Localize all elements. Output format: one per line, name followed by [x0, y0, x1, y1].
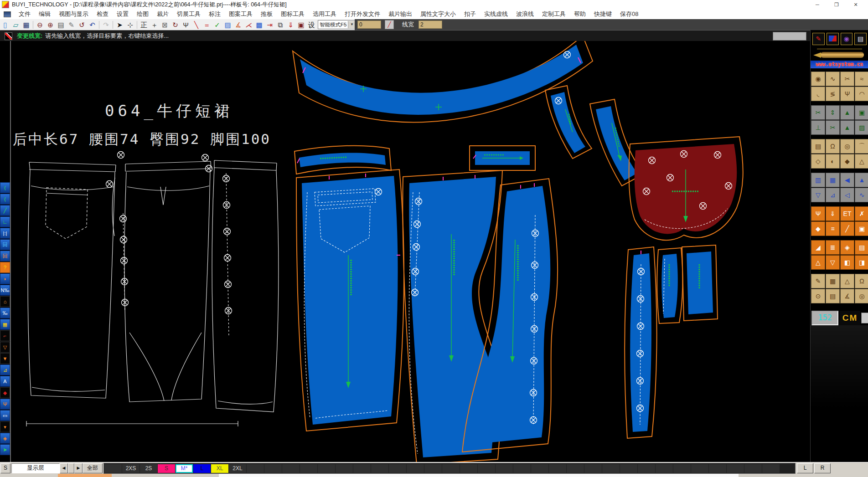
size-cell-empty[interactable] [460, 464, 477, 473]
size-cell-2XL[interactable]: 2XL [229, 464, 246, 473]
cut-line-icon[interactable]: ✂ [826, 120, 840, 135]
pin-tool-icon[interactable]: ◈ [0, 433, 10, 444]
piece-pocket-bag[interactable] [629, 137, 743, 240]
flip-icon[interactable]: △ [811, 255, 825, 270]
half-left-icon[interactable]: ◧ [840, 255, 854, 270]
red-line-icon[interactable]: ╲ [191, 20, 202, 30]
menu-item-推板[interactable]: 推板 [257, 10, 277, 18]
size-cell-empty[interactable] [691, 464, 708, 473]
select-box-icon[interactable]: ⧉ [275, 20, 285, 30]
website-banner[interactable]: www.etsystem.cn [811, 61, 868, 68]
piece-tool-icon[interactable]: ◗ [0, 273, 10, 284]
parallel-line-icon[interactable]: ＝ [202, 20, 212, 30]
eraser-tool-icon[interactable]: ▭ [0, 410, 10, 421]
settings-char-icon[interactable]: 设 [306, 20, 317, 30]
arc-icon[interactable]: ◠ [855, 87, 868, 101]
mirror-icon[interactable]: ▽ [826, 255, 840, 270]
funnel-icon[interactable]: ▽ [811, 188, 825, 202]
marker-tool-icon[interactable]: ◆ [0, 387, 10, 398]
size-cell-empty[interactable] [567, 464, 584, 473]
menu-item-属性文字大小[interactable]: 属性文字大小 [416, 10, 460, 18]
check-icon[interactable]: ✓ [212, 20, 222, 30]
size-cell-empty[interactable] [620, 464, 637, 473]
piece-front-panel[interactable] [296, 169, 404, 431]
menu-item-标注[interactable]: 标注 [205, 10, 225, 18]
stack-icon[interactable]: ≣ [826, 240, 840, 255]
table-tool-icon[interactable]: ▦ [0, 319, 10, 330]
curve-brush-tool-icon[interactable]: ⟨ [0, 182, 10, 193]
pleat-icon[interactable]: ▥ [811, 173, 825, 187]
curve-dots-icon[interactable]: ∿ [826, 72, 840, 86]
sketch-technical-drawing[interactable] [26, 152, 279, 427]
pieces-icon[interactable]: ◆ [840, 154, 854, 169]
axis-tool-icon[interactable]: ∟ [0, 216, 10, 227]
piece-side-strip[interactable] [625, 247, 656, 438]
stamp-tool-icon[interactable]: ▾ [0, 421, 10, 432]
piece-small-strip[interactable] [657, 248, 682, 323]
sun-pen-icon[interactable]: ⊙ [811, 289, 825, 303]
size-cell-empty[interactable] [371, 464, 388, 473]
value-input[interactable] [357, 21, 381, 29]
ruler-tool-icon[interactable]: ⊿ [0, 364, 10, 375]
select-cursor-icon[interactable]: ➤ [114, 20, 125, 30]
diamond-icon[interactable]: ◈ [840, 240, 854, 255]
piece-small-rect-2[interactable] [682, 245, 718, 321]
line-style-icon[interactable]: ╱ [385, 20, 394, 29]
keyboard-icon[interactable]: ▤ [56, 20, 66, 30]
size-cell-XL[interactable]: XL [211, 464, 228, 473]
save-icon[interactable]: ▦ [21, 20, 31, 30]
menu-item-文件[interactable]: 文件 [15, 10, 35, 18]
size-cell-2XS[interactable]: 2XS [122, 464, 140, 473]
maximize-icon[interactable]: ❐ [827, 0, 846, 9]
menu-item-视图与显示[interactable]: 视图与显示 [55, 10, 93, 18]
line-width-input[interactable] [418, 21, 442, 29]
menu-item-帮助[interactable]: 帮助 [570, 10, 590, 18]
scissors-icon[interactable]: ✂ [840, 72, 854, 86]
size-cell-empty[interactable] [638, 464, 655, 473]
swap-arrows-icon[interactable]: ⇕ [826, 105, 840, 120]
zigzag-icon[interactable]: ≶ [826, 87, 840, 101]
size-cell-empty[interactable] [264, 464, 282, 473]
measure-angle-icon[interactable]: ∡ [840, 289, 854, 303]
calc-curve-icon[interactable]: ▤ [826, 289, 840, 303]
menu-item-保存08[interactable]: 保存08 [616, 10, 642, 18]
interval-tool-icon[interactable]: |:| [0, 228, 10, 239]
display-layer-button[interactable]: 显示层 [11, 463, 60, 473]
size-cell-empty[interactable] [496, 464, 513, 473]
menu-item-扣子[interactable]: 扣子 [460, 10, 480, 18]
drop-arrow-icon[interactable]: ⇓ [285, 20, 296, 30]
funnel-tool-icon[interactable]: ▼ [0, 353, 10, 364]
piece-belt-strip[interactable] [294, 146, 391, 174]
rotate-view-icon[interactable]: ↺ [77, 20, 87, 30]
leaf-icon[interactable]: ◁ [840, 188, 854, 202]
angle-icon[interactable]: ∡ [233, 20, 243, 30]
flag-icon[interactable] [827, 33, 839, 45]
menu-item-定制工具[interactable]: 定制工具 [538, 10, 570, 18]
notch-tool-icon[interactable]: Ψ [0, 399, 10, 410]
piece-yoke-left[interactable] [545, 86, 592, 159]
undo-icon[interactable]: ↶ [87, 20, 98, 30]
frame-tool-icon[interactable]: 回 [0, 239, 10, 250]
size-cell-empty[interactable] [762, 464, 780, 473]
size-cell-empty[interactable] [247, 464, 264, 473]
size-cell-empty[interactable] [389, 464, 406, 473]
new-file-icon[interactable]: ▯ [0, 20, 10, 30]
cut-piece-icon[interactable]: ✂ [811, 105, 825, 120]
close-piece-icon[interactable]: ✗ [855, 206, 868, 221]
zoom-in-icon[interactable]: ⊕ [45, 20, 56, 30]
menu-item-绘图[interactable]: 绘图 [133, 10, 153, 18]
size-cell-L[interactable]: L [193, 464, 211, 473]
sleeve-icon[interactable]: ◐ [826, 154, 840, 169]
angle-dots-icon[interactable]: △ [840, 274, 854, 288]
size-cell-empty[interactable] [709, 464, 726, 473]
redo-icon[interactable]: ↷ [101, 20, 111, 30]
layers-icon[interactable]: ▤ [854, 33, 867, 45]
zoom-out-icon[interactable]: ⊖ [35, 20, 45, 30]
size-cell-empty[interactable] [656, 464, 673, 473]
menu-item-切展工具[interactable]: 切展工具 [173, 10, 205, 18]
refresh-icon[interactable]: ↻ [170, 20, 181, 30]
size-cell-empty[interactable] [727, 464, 744, 473]
plus-icon[interactable]: ＋ [149, 20, 160, 30]
document-icon[interactable] [4, 11, 11, 17]
size-cell-empty[interactable] [336, 464, 353, 473]
